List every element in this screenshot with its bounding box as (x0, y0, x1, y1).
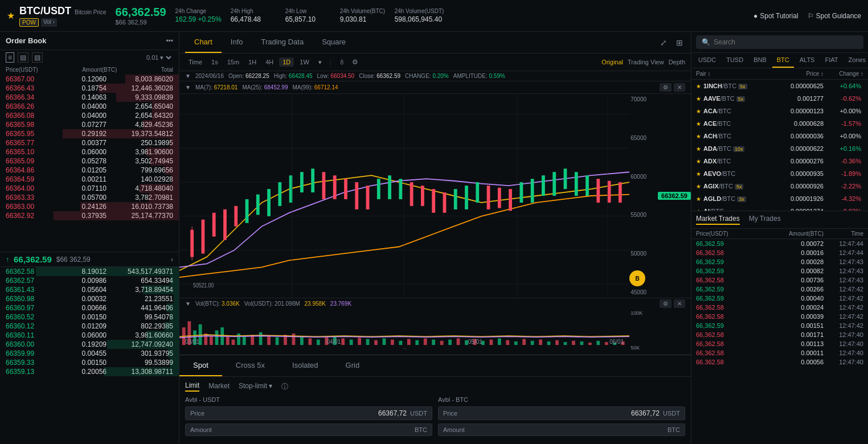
currency-tab-bnb[interactable]: BNB (749, 53, 771, 68)
tab-info[interactable]: Info (222, 32, 252, 53)
sell-price-value[interactable]: 66367,72 (631, 409, 660, 417)
market-row-aca[interactable]: ★ ACA/BTC 0.00000123 +0.00% (691, 105, 868, 117)
market-row-ai[interactable]: ★ AI/BTC 0.00001274 -0.93% (691, 205, 868, 211)
ask-row[interactable]: 66364.000.071104,718.48040 (0, 184, 179, 193)
tab-market-trades[interactable]: Market Trades (696, 215, 740, 225)
tab-square[interactable]: Square (313, 32, 355, 53)
ask-row[interactable]: 66365.770.00377250.19895 (0, 138, 179, 147)
view-bids-icon[interactable]: ▤ (32, 52, 43, 63)
sell-price-input[interactable]: Price 66367,72 USDT (438, 406, 685, 420)
trading-tab-spot[interactable]: Spot (179, 355, 222, 376)
change-col-header[interactable]: Change ↕ (824, 71, 863, 77)
ask-row[interactable]: 66365.950.2919219,373.54812 (0, 129, 179, 138)
search-input[interactable] (714, 38, 858, 46)
market-row-ada[interactable]: ★ ADA/BTC10x 0.00000622 +0.16% (691, 142, 868, 155)
bid-row[interactable]: 66362.588.19012543,517.49371 (0, 267, 179, 276)
time-btn-time[interactable]: Time (185, 57, 206, 67)
bid-row[interactable]: 66360.000.1920912,747.09240 (0, 340, 179, 349)
ask-row[interactable]: 66364.590.00211140.02928 (0, 175, 179, 184)
market-row-agld[interactable]: ★ AGLD/BTC3x 0.00001926 -4.32% (691, 192, 868, 205)
ask-row[interactable]: 66365.100.060003,981.90600 (0, 147, 179, 157)
order-type-stop-limit[interactable]: Stop-limit ▾ (239, 382, 272, 391)
currency-tab-usdc[interactable]: USDC (694, 53, 720, 68)
expand-chart-button[interactable]: ⤢ (658, 36, 669, 50)
favorite-icon[interactable]: ★ (7, 10, 15, 21)
bid-row[interactable]: 66360.110.060003,981.60660 (0, 331, 179, 340)
bid-row[interactable]: 66361.430.056043,718.89454 (0, 285, 179, 294)
bid-row[interactable]: 66359.990.00455301.93795 (0, 349, 179, 358)
market-row-agix[interactable]: ★ AGIX/BTC5x 0.00000926 -2.22% (691, 180, 868, 192)
sell-amount-input[interactable]: Amount BTC (438, 424, 685, 436)
market-row-aevo[interactable]: ★ AEVO/BTC 0.00000935 -1.89% (691, 167, 868, 180)
price-col-header[interactable]: Price ↕ (772, 71, 824, 77)
view-trading-view[interactable]: Trading View (628, 59, 664, 65)
order-type-limit[interactable]: Limit (185, 381, 199, 392)
tag-vol[interactable]: Vol › (41, 18, 57, 27)
star-ada[interactable]: ★ (696, 146, 701, 152)
bid-row[interactable]: 66360.980.0003221.23551 (0, 294, 179, 303)
market-row-aave[interactable]: ★ AAVE/BTC5x 0.001277 -0.62% (691, 92, 868, 105)
currency-tab-btc[interactable]: BTC (772, 53, 794, 68)
layout-button[interactable]: ⊞ (674, 36, 685, 50)
vol-settings[interactable]: ⚙ (660, 299, 672, 308)
ask-row[interactable]: 66365.090.052783,502.74945 (0, 157, 179, 166)
spot-tutorial-button[interactable]: ● Spot Tutorial (754, 12, 799, 20)
ask-row[interactable]: 66364.860.01205799.69656 (0, 166, 179, 175)
time-btn-1h[interactable]: 1H (245, 57, 260, 67)
buy-price-input[interactable]: Price 66367,72 USDT (185, 406, 432, 420)
time-btn-15m[interactable]: 15m (224, 57, 243, 67)
spot-guidance-button[interactable]: ⚐ Spot Guidance (808, 12, 861, 20)
resize-handle[interactable]: ··· (179, 345, 629, 352)
tab-my-trades[interactable]: My Trades (749, 215, 781, 225)
ma-settings[interactable]: ⚙ (660, 83, 672, 92)
star-ace[interactable]: ★ (696, 121, 701, 127)
bid-row[interactable]: 66359.330.0015099.53899 (0, 358, 179, 367)
star-aca[interactable]: ★ (696, 108, 701, 114)
ask-row[interactable]: 66362.920.3793525,174.77370 (0, 211, 179, 220)
chart-settings-button[interactable]: ⚙ (350, 56, 361, 68)
order-book-menu-icon[interactable]: ••• (166, 37, 173, 45)
trading-tab-cross[interactable]: Cross 5x (222, 355, 279, 376)
bid-row[interactable]: 66362.570.00986654.33494 (0, 276, 179, 285)
trading-tab-isolated[interactable]: Isolated (279, 355, 332, 376)
precision-select[interactable]: 0.01 ▾ (144, 54, 173, 61)
currency-tab-alts[interactable]: ALTS (795, 53, 820, 68)
tab-trading-data[interactable]: Trading Data (252, 32, 313, 53)
star-aevo[interactable]: ★ (696, 171, 701, 177)
trading-tab-grid[interactable]: Grid (332, 355, 374, 376)
view-both-icon[interactable]: ≡ (6, 52, 14, 63)
order-type-info-icon[interactable]: ⓘ (281, 382, 288, 392)
currency-tab-fiat[interactable]: FIAT (820, 53, 842, 68)
star-aave[interactable]: ★ (696, 96, 701, 102)
ask-row[interactable]: 66366.340.140639,333.09839 (0, 93, 179, 102)
vol-close[interactable]: ✕ (674, 299, 685, 308)
buy-price-value[interactable]: 66367,72 (378, 409, 407, 417)
bid-row[interactable]: 66360.520.0015099.54078 (0, 313, 179, 322)
buy-amount-input[interactable]: Amount BTC (185, 424, 432, 436)
star-ach[interactable]: ★ (696, 133, 701, 139)
market-row-adx[interactable]: ★ ADX/BTC 0.00000276 -0.36% (691, 155, 868, 167)
expand-icon[interactable]: › (171, 256, 173, 264)
market-row-ace[interactable]: ★ ACE/BTC 0.0000628 -1.57% (691, 117, 868, 130)
bid-row[interactable]: 66359.130.2005613,308.98711 (0, 367, 179, 376)
ask-row[interactable]: 66366.260.040002,654.65040 (0, 102, 179, 111)
chart-area[interactable]: 50521.00 70000 65000 60000 55000 50000 4… (179, 94, 691, 298)
ask-row[interactable]: 66367.000.120608,003.86020 (0, 75, 179, 84)
time-btn-1w[interactable]: 1W (296, 57, 313, 67)
order-type-market[interactable]: Market (208, 382, 230, 391)
time-btn-1d[interactable]: 1D (279, 57, 294, 67)
star-agld[interactable]: ★ (696, 196, 701, 202)
star-adx[interactable]: ★ (696, 158, 701, 165)
pair-col-header[interactable]: Pair ↕ (696, 71, 772, 77)
time-btn-more[interactable]: ▾ (315, 57, 325, 67)
star-agix[interactable]: ★ (696, 183, 701, 190)
view-original[interactable]: Original (601, 59, 623, 65)
star-1inch[interactable]: ★ (696, 83, 701, 89)
currency-tab-zones[interactable]: Zones (844, 53, 868, 68)
ask-row[interactable]: 66363.330.057003,782.70981 (0, 193, 179, 202)
view-asks-icon[interactable]: ▤ (18, 52, 28, 63)
ask-row[interactable]: 66366.430.1875412,446.36028 (0, 84, 179, 93)
bid-row[interactable]: 66360.120.01209802.29385 (0, 322, 179, 331)
time-btn-4h[interactable]: 4H (262, 57, 277, 67)
ask-row[interactable]: 66365.980.072774,829.45236 (0, 120, 179, 129)
